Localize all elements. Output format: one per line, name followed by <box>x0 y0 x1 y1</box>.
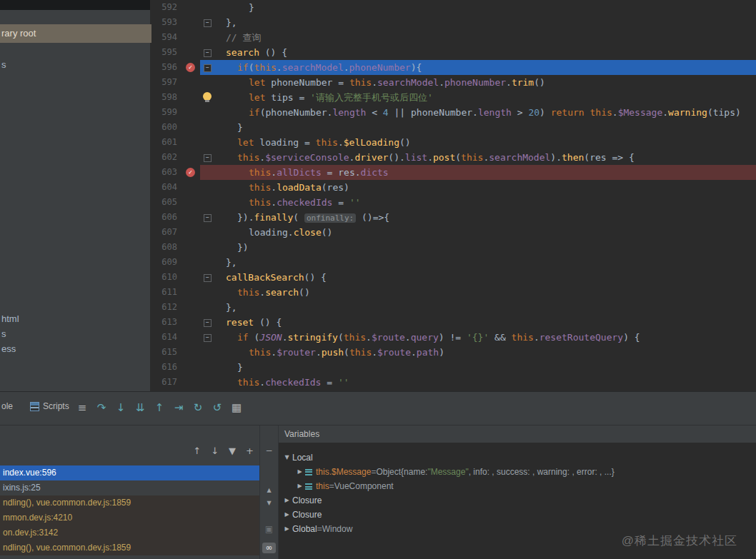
fold-gutter[interactable] <box>200 360 216 375</box>
move-up-icon[interactable]: ▲ <box>260 487 278 493</box>
line-number[interactable]: 592 <box>150 0 181 15</box>
line-number[interactable]: 599 <box>150 105 181 120</box>
breakpoint-gutter[interactable] <box>181 180 200 195</box>
fold-gutter[interactable] <box>200 75 216 90</box>
filter-frames-icon[interactable]: ▼ <box>229 445 236 456</box>
breakpoint-gutter[interactable] <box>181 150 200 165</box>
code-line-606[interactable]: 606−}).finally( onfinally: ()=>{ <box>150 210 756 225</box>
fold-gutter[interactable] <box>200 90 216 105</box>
variable-row[interactable]: ▶Closure <box>279 493 756 508</box>
line-number[interactable]: 593 <box>150 15 181 30</box>
line-number[interactable]: 608 <box>150 240 181 255</box>
breakpoint-gutter[interactable] <box>181 105 200 120</box>
code-line-601[interactable]: 601let loading = this.$elLoading() <box>150 135 756 150</box>
drop-frame-icon[interactable]: ↺ <box>211 401 224 415</box>
force-step-into-icon[interactable]: ⇊ <box>134 401 146 415</box>
chevron-right-icon[interactable]: ▶ <box>294 465 305 479</box>
line-number[interactable]: 610 <box>150 270 181 285</box>
line-number[interactable]: 596 <box>150 60 181 75</box>
code-line-599[interactable]: 599if(phoneNumber.length < 4 || phoneNum… <box>150 105 756 120</box>
breakpoint-gutter[interactable] <box>181 225 200 240</box>
fold-gutter[interactable]: − <box>200 330 216 345</box>
code-line-613[interactable]: 613−reset () { <box>150 315 756 330</box>
sidebar-item[interactable]: rary root <box>0 24 151 43</box>
breakpoint-gutter[interactable] <box>181 285 200 300</box>
variable-row[interactable]: ▶this.$Message = Object {name: "Message"… <box>279 465 756 479</box>
breakpoint-icon[interactable]: ✓ <box>186 168 195 177</box>
breakpoint-gutter[interactable] <box>181 375 200 390</box>
add-icon[interactable]: + <box>246 445 254 456</box>
step-out-icon[interactable]: ↑ <box>153 401 166 415</box>
step-over-icon[interactable]: ↷ <box>95 401 108 415</box>
breakpoint-gutter[interactable] <box>181 330 200 345</box>
fold-gutter[interactable] <box>200 135 216 150</box>
stack-frame[interactable]: mmon.dev.js:4210 <box>0 510 259 525</box>
chevron-down-icon[interactable]: ▼ <box>282 450 292 465</box>
fold-gutter[interactable] <box>200 30 216 45</box>
code-line-610[interactable]: 610−callBackSearch() { <box>150 270 756 285</box>
fold-marker-icon[interactable]: − <box>204 64 212 72</box>
fold-gutter[interactable] <box>200 180 216 195</box>
code-line-617[interactable]: 617this.checkedIds = '' <box>150 375 756 390</box>
breakpoint-icon[interactable]: ✓ <box>186 63 195 72</box>
duplicate-icon[interactable]: ▣ <box>260 524 278 534</box>
chevron-right-icon[interactable]: ▶ <box>282 508 292 522</box>
stack-frame[interactable]: ndling(), vue.common.dev.js:1859 <box>0 540 259 555</box>
breakpoint-gutter[interactable] <box>181 75 200 90</box>
fold-gutter[interactable]: − <box>200 150 216 165</box>
fold-marker-icon[interactable]: − <box>204 319 212 327</box>
variable-row[interactable]: ▶Closure <box>279 508 756 522</box>
fold-gutter[interactable] <box>200 120 216 135</box>
chevron-right-icon[interactable]: ▶ <box>282 522 292 536</box>
fold-marker-icon[interactable]: − <box>204 274 212 282</box>
fold-gutter[interactable]: − <box>200 15 216 30</box>
tab-scripts[interactable]: Scripts <box>30 401 69 411</box>
fold-gutter[interactable] <box>200 240 216 255</box>
fold-gutter[interactable] <box>200 225 216 240</box>
fold-gutter[interactable]: − <box>200 315 216 330</box>
line-number[interactable]: 595 <box>150 45 181 60</box>
intention-bulb-icon[interactable] <box>203 92 212 101</box>
code-line-594[interactable]: 594// 查询 <box>150 30 756 45</box>
fold-gutter[interactable]: − <box>200 60 216 75</box>
breakpoint-gutter[interactable] <box>181 345 200 360</box>
line-number[interactable]: 616 <box>150 360 181 375</box>
fold-gutter[interactable] <box>200 375 216 390</box>
code-line-615[interactable]: 615this.$router.push(this.$route.path) <box>150 345 756 360</box>
breakpoint-gutter[interactable]: ✓ <box>181 165 200 180</box>
line-number[interactable]: 615 <box>150 345 181 360</box>
line-number[interactable]: 598 <box>150 90 181 105</box>
code-line-616[interactable]: 616} <box>150 360 756 375</box>
restart-frame-icon[interactable]: ↻ <box>192 401 204 415</box>
previous-frame-icon[interactable]: ↑ <box>193 445 201 456</box>
line-number[interactable]: 602 <box>150 150 181 165</box>
fold-marker-icon[interactable]: − <box>204 154 212 162</box>
code-line-607[interactable]: 607loading.close() <box>150 225 756 240</box>
line-number[interactable]: 612 <box>150 300 181 315</box>
line-number[interactable]: 617 <box>150 375 181 390</box>
line-number[interactable]: 609 <box>150 255 181 270</box>
line-number[interactable]: 605 <box>150 195 181 210</box>
sidebar-item[interactable]: s <box>1 326 6 342</box>
code-line-592[interactable]: 592} <box>150 0 756 15</box>
code-line-602[interactable]: 602−this.$serviceConsole.driver().list.p… <box>150 150 756 165</box>
variable-row[interactable]: ▶this = VueComponent <box>279 479 756 493</box>
line-number[interactable]: 603 <box>150 165 181 180</box>
code-line-603[interactable]: 603✓this.allDicts = res.dicts <box>150 165 756 180</box>
breakpoint-gutter[interactable] <box>181 30 200 45</box>
breakpoint-gutter[interactable] <box>181 195 200 210</box>
breakpoint-gutter[interactable] <box>181 255 200 270</box>
line-number[interactable]: 600 <box>150 120 181 135</box>
fold-gutter[interactable] <box>200 105 216 120</box>
chevron-right-icon[interactable]: ▶ <box>282 493 292 508</box>
code-line-596[interactable]: 596✓−if(this.searchModel.phoneNumber){ <box>150 60 756 75</box>
breakpoint-gutter[interactable] <box>181 90 200 105</box>
breakpoint-gutter[interactable] <box>181 300 200 315</box>
stack-frame[interactable]: ixins.js:25 <box>0 480 259 495</box>
chevron-right-icon[interactable]: ▶ <box>294 479 305 493</box>
code-line-612[interactable]: 612}, <box>150 300 756 315</box>
stack-frame[interactable]: ndling(), vue.common.dev.js:1859 <box>0 495 259 510</box>
code-line-595[interactable]: 595−search () { <box>150 45 756 60</box>
sidebar-item[interactable]: s <box>1 57 6 73</box>
line-number[interactable]: 604 <box>150 180 181 195</box>
